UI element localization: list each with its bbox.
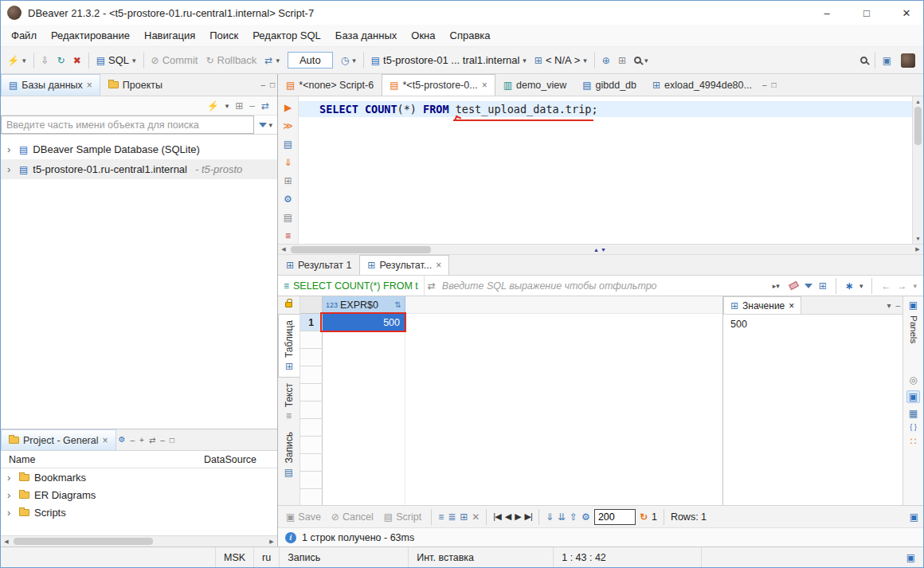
gear-icon[interactable]: ⚙ [116,436,128,444]
filter-icon[interactable] [259,123,267,127]
tree-item-sample-db[interactable]: › ▤ DBeaver Sample Database (SQLite) [1,139,277,159]
collapse-all-icon[interactable]: – [249,101,255,111]
fetch-all-rows-icon[interactable]: ⇊ [558,512,566,522]
scroll-left-icon[interactable]: ◀ [1,539,12,545]
fetch-next-page-icon[interactable]: ⇓ [546,512,554,522]
delete-row-icon[interactable]: ✕ [472,512,480,522]
tab-text-presentation[interactable]: Текст ≡ [278,378,300,426]
connect-folder-icon[interactable]: ⊞ [235,101,243,111]
close-icon[interactable]: × [102,435,108,446]
filter-expression-input[interactable] [442,280,773,292]
apply-filter-icon[interactable] [805,284,812,288]
log-icon[interactable]: ≡ [285,231,291,241]
filter-history-chevron-icon[interactable]: ▾ [776,282,780,290]
column-header-expr0[interactable]: 123 EXPR$0 ⇅ [323,296,405,314]
executed-query[interactable]: ≡ SELECT COUNT(*) FROM t [278,276,425,296]
tab-grid-presentation[interactable]: Таблица ⊞ [278,314,300,378]
cancel-button[interactable]: ⊘ Cancel [328,509,377,525]
scrollbar-thumb[interactable] [291,246,431,253]
column-datasource[interactable]: DataSource [204,454,277,465]
language-indicator[interactable]: ru [254,547,280,567]
collapse-all-icon[interactable]: – [127,436,137,445]
menu-database[interactable]: База данных [328,26,404,45]
metadata-panel-icon[interactable]: { } [910,424,917,431]
scrollbar-track[interactable] [12,536,266,546]
row-header-empty[interactable] [300,349,323,366]
notifications-icon[interactable]: ▣ [899,547,923,567]
empty-cell[interactable] [323,489,405,505]
row-header-empty[interactable] [300,472,323,489]
link-with-editor-icon[interactable]: ⇄ [147,436,158,445]
row-header-empty[interactable] [300,454,323,472]
query-plan-icon[interactable]: ⊞ [284,176,292,186]
caret-position-indicator[interactable]: 1 : 43 : 42 [554,547,702,567]
maximize-view-icon[interactable]: □ [268,80,277,89]
connection-selector[interactable]: ▤ t5-prostore-01 ... tral1.internal ▾ [368,52,530,69]
tab-demo-view[interactable]: ▥ demo_view [495,74,575,96]
empty-cell[interactable] [323,384,405,402]
close-icon[interactable]: × [436,260,441,271]
row-header-empty[interactable] [300,402,323,419]
dbeaver-perspective-icon[interactable] [901,53,915,68]
row-header-empty[interactable] [300,366,323,384]
timezone-indicator[interactable]: MSK [216,547,254,567]
chevron-down-icon[interactable]: ▾ [913,282,917,290]
write-mode-indicator[interactable]: Запись [280,547,409,567]
tab-record-presentation[interactable]: Запись ▤ [278,426,300,482]
cell-expr0-selected[interactable]: 500 [323,314,405,331]
expand-chevron-icon[interactable]: › [7,163,14,175]
expand-filter-icon[interactable]: ⇄ [425,281,439,291]
scrollbar-thumb[interactable] [14,538,153,545]
chevron-down-icon[interactable]: ▾ [225,102,229,110]
code-line-1[interactable]: SELECT COUNT(*) FROM test_upload_data.tr… [299,101,912,117]
tab-projects[interactable]: Проекты [100,74,170,96]
link-with-editor-icon[interactable]: ⇄ [261,101,269,111]
close-icon[interactable]: × [482,80,487,91]
minimize-view-icon[interactable]: – [893,301,902,310]
scrollbar-track[interactable] [608,245,912,254]
value-panel-content[interactable]: 500 [723,315,902,334]
commit-button[interactable]: ⊘ Commit [148,52,202,69]
tab-script-6[interactable]: ▤ *<none> Script-6 [278,74,382,96]
editor-settings-icon[interactable]: ⚙ [284,194,292,204]
tree-item-t5-prostore[interactable]: › ▤ t5-prostore-01.ru-central1.internal … [1,159,277,179]
value-viewer-icon[interactable]: ▣ [906,390,920,403]
script-button[interactable]: ▤ Script [381,509,425,525]
expand-icon[interactable]: + [137,436,147,445]
empty-cell[interactable] [323,472,405,489]
tab-script-7-active[interactable]: ▤ *<t5-prostore-0... × [382,74,495,96]
empty-cell[interactable] [323,437,405,454]
transaction-mode-button[interactable]: ⇄ ▾ [261,53,283,68]
scroll-left-icon[interactable]: ◀ [278,246,289,253]
minimize-view-icon[interactable]: – [258,80,268,89]
tab-result-2-active[interactable]: ⊞ Результат... × [359,255,449,275]
insert-mode-indicator[interactable]: Инт. вставка [409,547,554,567]
next-row-icon[interactable]: ▶ [515,511,520,522]
minimize-button[interactable]: – [810,1,844,25]
scrollbar-thumb[interactable] [914,107,922,145]
search-menu-button[interactable]: ▾ [631,54,652,67]
rollback-button[interactable]: ↻ Rollback [202,52,260,69]
row-header-empty[interactable] [300,419,323,437]
sidebar-horizontal-scrollbar[interactable]: ◀ ▶ [1,535,277,546]
pin-icon[interactable]: ⇩ [38,53,53,68]
explain-plan-icon[interactable]: ⇓ [284,158,292,167]
calc-panel-icon[interactable]: ▦ [909,409,918,418]
panels-menu-icon[interactable]: ∗ [845,281,853,291]
grid-settings-gear-icon[interactable]: ⚙ [581,512,590,522]
empty-cell[interactable] [323,402,405,419]
add-row-icon[interactable]: ≡ [438,512,444,522]
menu-navigate[interactable]: Навигация [137,26,202,45]
export-results-icon[interactable]: ⇧ [570,512,578,522]
tab-result-1[interactable]: ⊞ Результат 1 [278,255,359,275]
menu-window[interactable]: Окна [404,26,442,45]
transaction-log-button[interactable]: ◷ ▾ [338,53,359,68]
column-name[interactable]: Name [1,454,204,465]
close-icon[interactable]: × [87,80,92,91]
grid-corner-cell[interactable] [300,296,323,314]
maximize-view-icon[interactable]: □ [167,436,177,445]
duplicate-row-icon[interactable]: ≣ [448,512,456,522]
menu-sql-editor[interactable]: Редактор SQL [245,26,328,45]
chevron-down-icon[interactable]: ▾ [884,301,893,310]
refresh-panel-icon[interactable]: ◎ [909,375,917,385]
